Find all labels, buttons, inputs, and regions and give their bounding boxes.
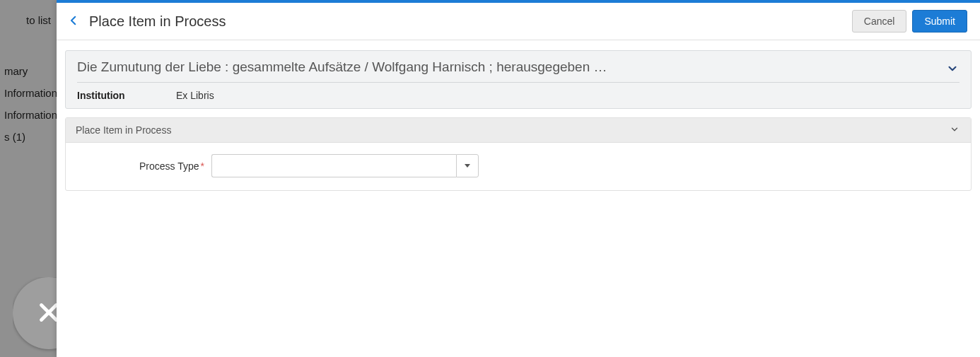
content-area: Die Zumutung der Liebe : gesammelte Aufs… [57,40,980,201]
item-summary-card: Die Zumutung der Liebe : gesammelte Aufs… [65,50,972,109]
summary-expand-toggle[interactable] [944,61,961,78]
process-type-row: Process Type* [78,154,958,177]
chevron-down-icon [950,124,959,136]
process-type-input[interactable] [211,154,456,177]
section-title: Place Item in Process [76,124,171,136]
institution-label: Institution [77,90,176,101]
submit-button[interactable]: Submit [912,10,967,33]
institution-value: Ex Libris [176,90,214,101]
chevron-left-icon [67,14,80,29]
chevron-down-icon [946,62,959,77]
section-body: Process Type* [66,143,971,190]
institution-field: Institution Ex Libris [77,90,959,101]
process-type-dropdown-button[interactable] [456,154,479,177]
section-header: Place Item in Process [66,118,971,143]
required-asterisk: * [201,160,204,172]
modal-header: Place Item in Process Cancel Submit [57,3,980,40]
process-type-label: Process Type* [112,160,211,172]
modal-panel: Place Item in Process Cancel Submit Die … [57,0,980,357]
page-title: Place Item in Process [89,13,846,30]
caret-down-icon [465,164,470,168]
place-item-section: Place Item in Process Process Type* [65,117,972,191]
back-button[interactable] [64,11,83,31]
process-type-combobox[interactable] [211,154,479,177]
item-title: Die Zumutung der Liebe : gesammelte Aufs… [77,59,959,83]
cancel-button[interactable]: Cancel [852,10,907,33]
section-collapse-toggle[interactable] [948,124,961,136]
